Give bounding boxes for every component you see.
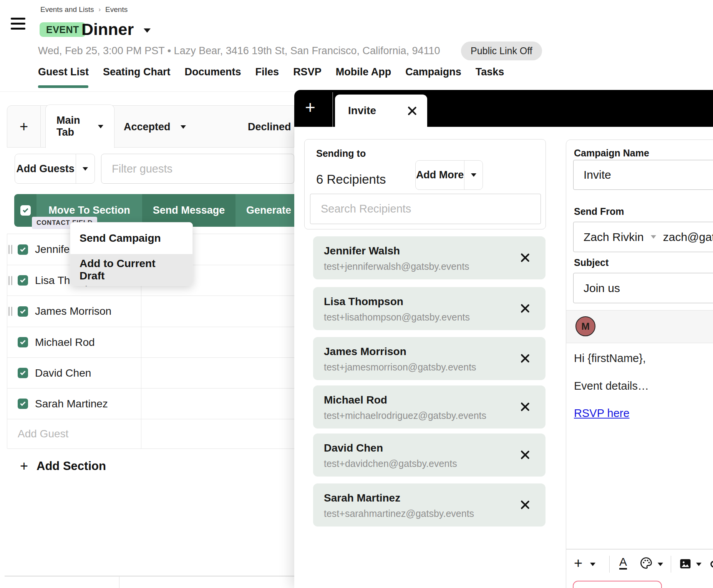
next-section-column-divider xyxy=(119,576,119,588)
tab-tasks[interactable]: Tasks xyxy=(476,66,504,78)
email-body-details[interactable]: Event details… xyxy=(574,380,649,392)
subject-label: Subject xyxy=(574,257,609,268)
add-more-caret-icon xyxy=(471,173,476,177)
image-caret-icon[interactable] xyxy=(696,563,701,566)
menu-item-send-campaign[interactable]: Send Campaign xyxy=(70,223,192,254)
drag-handle-icon[interactable] xyxy=(8,307,12,316)
close-campaign-icon[interactable] xyxy=(407,106,417,116)
breadcrumb-events[interactable]: Events xyxy=(105,5,128,14)
tab-accepted[interactable]: Accepted xyxy=(124,117,186,136)
campaign-settings-panel: Campaign Name Invite Send From Zach Rivk… xyxy=(566,140,713,588)
text-color-icon[interactable]: A xyxy=(619,556,627,570)
add-guest-row[interactable]: Add Guest xyxy=(7,419,294,449)
add-guests-dropdown-button[interactable] xyxy=(76,154,95,183)
recipient-card: Lisa Thompson test+lisathompson@gatsby.e… xyxy=(313,287,546,330)
search-recipients-input[interactable]: Search Recipients xyxy=(310,194,541,224)
tab-campaigns[interactable]: Campaigns xyxy=(405,66,461,78)
add-more-split-button[interactable]: Add More xyxy=(415,160,483,190)
sender-avatar: M xyxy=(575,316,595,336)
campaign-modal-body: Sending to 6 Recipients Add More Search … xyxy=(294,127,713,588)
recipient-card: Michael Rod test+michaelrodriguez@gatsby… xyxy=(313,385,546,429)
guest-checkbox[interactable] xyxy=(18,244,28,255)
campaign-name-input[interactable]: Invite xyxy=(573,160,713,190)
recipient-card: David Chen test+davidchen@gatsby.events xyxy=(313,434,546,477)
insert-link-icon[interactable] xyxy=(709,557,713,571)
menu-item-add-to-current-draft[interactable]: Add to Current Draft xyxy=(70,254,192,286)
guest-row-sarah[interactable]: Sarah Martinez xyxy=(7,389,294,419)
drag-handle-icon[interactable] xyxy=(8,245,12,254)
tab-mobile-app[interactable]: Mobile App xyxy=(336,66,391,78)
recipient-card: Sarah Martinez test+sarahmartinez@gatsby… xyxy=(313,483,546,527)
public-link-toggle[interactable]: Public Link Off xyxy=(461,42,542,60)
breadcrumb: Events and Lists › Events xyxy=(40,5,128,14)
drag-handle-icon[interactable] xyxy=(8,276,12,285)
send-from-caret-icon xyxy=(651,235,656,239)
insert-merge-field-icon[interactable]: + xyxy=(574,555,582,571)
discard-draft-button[interactable]: Discard Draft xyxy=(573,581,662,588)
add-guests-button[interactable]: Add Guests xyxy=(15,154,76,183)
remove-recipient-icon[interactable] xyxy=(520,450,530,460)
recipient-card: Jennifer Walsh test+jenniferwalsh@gatsby… xyxy=(313,236,546,279)
guest-checkbox[interactable] xyxy=(18,306,28,317)
remove-recipient-icon[interactable] xyxy=(520,252,530,262)
add-more-dropdown-button[interactable] xyxy=(464,161,483,189)
tab-main-tab[interactable]: Main Tab xyxy=(45,105,114,148)
guest-checkbox[interactable] xyxy=(18,368,28,378)
recipient-card: James Morrison test+jamesmorrison@gatsby… xyxy=(313,337,546,380)
app-screen: Events and Lists › Events EVENT Dinner W… xyxy=(0,0,713,588)
add-guests-caret-icon xyxy=(83,167,88,171)
sending-to-panel: Sending to 6 Recipients Add More Search … xyxy=(304,139,546,229)
active-tab-indicator xyxy=(38,85,88,88)
guest-checkbox[interactable] xyxy=(18,337,28,347)
main-nav: Guest List Seating Chart Documents Files… xyxy=(38,66,504,78)
new-campaign-tab-button[interactable]: + xyxy=(305,98,315,116)
hamburger-menu-icon[interactable] xyxy=(11,18,25,33)
generate-button[interactable]: Generate xyxy=(235,194,294,227)
accepted-tab-caret-icon[interactable] xyxy=(181,125,186,129)
send-from-select[interactable]: Zach Rivkin zach@gat xyxy=(573,222,713,252)
campaign-tab-invite[interactable]: Invite xyxy=(335,95,427,127)
guest-row-david[interactable]: David Chen xyxy=(7,358,294,389)
send-from-label: Send From xyxy=(574,206,624,217)
remove-recipient-icon[interactable] xyxy=(520,303,530,313)
theme-palette-icon[interactable] xyxy=(639,556,653,570)
tab-rsvp[interactable]: RSVP xyxy=(293,66,322,78)
breadcrumb-events-and-lists[interactable]: Events and Lists xyxy=(40,5,94,14)
plus-icon: + xyxy=(20,458,28,474)
palette-caret-icon[interactable] xyxy=(658,563,663,566)
campaign-name-label: Campaign Name xyxy=(574,148,649,159)
insert-caret-icon[interactable] xyxy=(590,563,595,566)
rsvp-link[interactable]: RSVP here xyxy=(574,407,630,420)
campaign-tab-bar: + Invite xyxy=(294,90,713,127)
subject-input[interactable]: Join us xyxy=(573,273,713,303)
add-section-button[interactable]: + Add Section xyxy=(20,458,106,474)
toolbar-divider xyxy=(671,556,671,573)
sender-avatar-band: M xyxy=(566,310,713,343)
title-dropdown-caret-icon[interactable] xyxy=(144,28,151,33)
filter-guests-input[interactable]: Filter guests xyxy=(101,154,294,184)
event-type-badge: EVENT xyxy=(40,22,86,37)
tab-files[interactable]: Files xyxy=(255,66,279,78)
tab-guest-list[interactable]: Guest List xyxy=(38,66,89,78)
guest-checkbox[interactable] xyxy=(18,399,28,409)
insert-image-icon[interactable] xyxy=(678,557,692,571)
page-title: Dinner xyxy=(81,20,134,39)
tab-declined[interactable]: Declined xyxy=(248,117,291,136)
guest-row-james[interactable]: James Morrison xyxy=(7,296,294,327)
event-datetime-location: Wed, Feb 25, 3:00 PM PST • Lazy Bear, 34… xyxy=(38,45,440,57)
remove-recipient-icon[interactable] xyxy=(520,500,530,510)
tab-seating-chart[interactable]: Seating Chart xyxy=(103,66,171,78)
guest-checkbox[interactable] xyxy=(18,275,28,286)
guest-row-michael[interactable]: Michael Rod xyxy=(7,327,294,358)
remove-recipient-icon[interactable] xyxy=(520,353,530,363)
tab-bar-divider xyxy=(332,92,333,127)
main-tab-caret-icon[interactable] xyxy=(98,125,103,128)
editor-toolbar: + A xyxy=(574,555,713,575)
tab-documents[interactable]: Documents xyxy=(185,66,241,78)
add-more-button[interactable]: Add More xyxy=(416,161,464,189)
add-section-tab-button[interactable]: + xyxy=(7,105,41,148)
remove-recipient-icon[interactable] xyxy=(520,402,530,412)
email-body-greeting[interactable]: Hi {firstName}, xyxy=(574,352,646,365)
select-all-checkbox[interactable] xyxy=(20,205,31,216)
add-guests-split-button[interactable]: Add Guests xyxy=(15,154,95,184)
